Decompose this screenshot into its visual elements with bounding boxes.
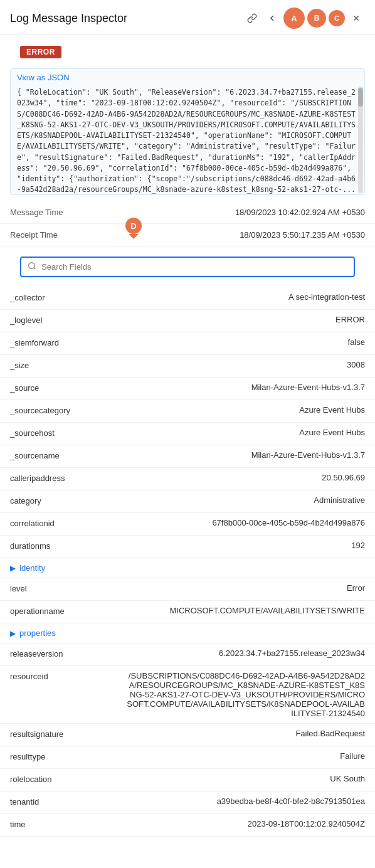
field-value-resulttype: Failure [340,751,365,761]
page-title: Log Message Inspector [10,12,127,25]
field-name-_sourcecategory: _sourcecategory [10,405,98,415]
button-a[interactable]: A [283,8,305,29]
field-row-durationms: durationms 192 [0,536,375,558]
link-icon-button[interactable] [243,9,261,27]
header-actions: A B C [243,8,365,29]
search-wrapper [0,246,375,287]
field-name-correlationid: correlationid [10,518,98,528]
field-row-resourceid: resourceid /SUBSCRIPTIONS/C088DC46-D692-… [0,666,375,724]
field-row-_sourcecategory: _sourcecategory Azure Event Hubs [0,400,375,423]
field-row-rolelocation: rolelocation UK South [0,769,375,791]
receipt-time-value: 18/09/2023 5:50:17.235 AM +0530 [240,230,365,240]
field-value-releaseversion: 6.2023.34.7+ba27155.release_2023w34 [219,648,365,658]
expandable-row-identity[interactable]: ▶ identity [0,558,375,578]
field-row-_sourcename: _sourcename Milan-Azure-Event-Hubs-v1.3.… [0,445,375,468]
field-name-_collector: _collector [10,292,98,302]
field-row-_siemforward: _siemforward false [0,332,375,355]
field-value-operationname: MICROSOFT.COMPUTE/AVAILABILITYSETS/WRITE [169,606,365,615]
field-name-_sourcename: _sourcename [10,450,98,460]
field-value-calleripaddress: 20.50.96.69 [322,473,365,482]
message-time-value: 18/09/2023 10:42:02.924 AM +0530 [235,208,365,217]
field-value-_loglevel: ERROR [335,315,365,324]
receipt-time-row: Receipt Time D 18/09/2023 5:50:17.235 AM… [0,224,375,246]
field-name-durationms: durationms [10,541,98,551]
field-row-tenantid: tenantid a39bedba-be8f-4c0f-bfe2-b8c7913… [0,791,375,814]
field-row-time: time 2023-09-18T00:12:02.9240504Z [0,814,375,837]
search-container [20,257,355,277]
field-row-resulttype: resulttype Failure [0,746,375,769]
field-row-releaseversion: releaseversion 6.2023.34.7+ba27155.relea… [0,643,375,666]
receipt-time-label: Receipt Time [10,230,58,240]
expand-arrow-identity: ▶ [10,564,16,573]
field-name-resultsignature: resultsignature [10,729,98,739]
expand-arrow-properties: ▶ [10,629,16,638]
button-b[interactable]: B [307,9,326,28]
field-name-calleripaddress: calleripaddress [10,473,98,483]
field-value-_sourcename: Milan-Azure-Event-Hubs-v1.3.7 [251,450,365,460]
field-value-rolelocation: UK South [330,774,365,783]
expandable-label-identity: identity [19,563,45,573]
field-row-calleripaddress: calleripaddress 20.50.96.69 [0,468,375,490]
field-value-_collector: A sec-integration-test [288,292,365,302]
field-name-_size: _size [10,360,98,370]
field-row-_collector: _collector A sec-integration-test [0,287,375,310]
field-value-_size: 3008 [347,360,365,369]
field-value-_source: Milan-Azure-Event-Hubs-v1.3.7 [251,383,365,392]
message-time-label: Message Time [10,208,63,217]
field-name-_siemforward: _siemforward [10,337,98,347]
field-value-level: Error [347,583,365,593]
field-name-tenantid: tenantid [10,797,98,807]
svg-point-2 [29,263,34,268]
scrollbar[interactable] [358,87,363,193]
field-value-category: Administrative [314,495,365,505]
field-name-_sourcehost: _sourcehost [10,428,98,438]
field-row-operationname: operationname MICROSOFT.COMPUTE/AVAILABI… [0,601,375,623]
field-row-_source: _source Milan-Azure-Event-Hubs-v1.3.7 [0,378,375,400]
view-as-json-link[interactable]: View as JSON [11,69,76,85]
field-row-correlationid: correlationid 67f8b000-00ce-405c-b59d-4b… [0,513,375,536]
field-value-time: 2023-09-18T00:12:02.9240504Z [248,819,365,828]
field-value-durationms: 192 [351,541,365,550]
error-badge-container: ERROR [0,34,375,65]
field-name-operationname: operationname [10,606,98,616]
field-value-_sourcecategory: Azure Event Hubs [299,405,365,415]
header: Log Message Inspector A B C [0,0,375,34]
scrollbar-thumb[interactable] [358,88,363,107]
fields-table: _collector A sec-integration-test _logle… [0,287,375,837]
button-c[interactable]: C [329,10,345,26]
field-name-releaseversion: releaseversion [10,648,98,659]
search-input[interactable] [41,262,347,272]
close-button[interactable] [347,9,365,27]
field-value-tenantid: a39bedba-be8f-4c0f-bfe2-b8c7913501ea [217,797,365,806]
field-name-_source: _source [10,383,98,393]
field-name-resulttype: resulttype [10,751,98,761]
field-name-_loglevel: _loglevel [10,315,98,325]
prev-button[interactable] [263,9,281,27]
field-value-resultsignature: Failed.BadRequest [295,729,365,738]
error-badge: ERROR [20,46,61,58]
field-name-resourceid: resourceid [10,671,98,681]
field-row-_loglevel: _loglevel ERROR [0,310,375,332]
callout-d: D [125,218,142,239]
field-row-_sourcehost: _sourcehost Azure Event Hubs [0,423,375,445]
field-value-correlationid: 67f8b000-00ce-405c-b59d-4b24d499a876 [212,518,365,527]
field-name-level: level [10,583,98,593]
expandable-row-properties[interactable]: ▶ properties [0,623,375,643]
json-content: { "RoleLocation": "UK South", "ReleaseVe… [11,85,364,194]
field-value-_siemforward: false [348,337,365,347]
message-time-row: Message Time 18/09/2023 10:42:02.924 AM … [0,201,375,224]
json-section: View as JSON { "RoleLocation": "UK South… [10,68,365,195]
field-row-_size: _size 3008 [0,355,375,378]
field-name-rolelocation: rolelocation [10,774,98,784]
field-row-resultsignature: resultsignature Failed.BadRequest [0,724,375,746]
field-value-_sourcehost: Azure Event Hubs [299,428,365,437]
expandable-label-properties: properties [19,628,56,638]
svg-line-3 [34,268,36,270]
field-name-time: time [10,819,98,829]
field-name-category: category [10,495,98,505]
field-value-resourceid: /SUBSCRIPTIONS/C088DC46-D692-42AD-A4B6-9… [127,671,365,718]
field-row-level: level Error [0,578,375,601]
field-row-category: category Administrative [0,490,375,513]
search-icon [28,262,36,272]
